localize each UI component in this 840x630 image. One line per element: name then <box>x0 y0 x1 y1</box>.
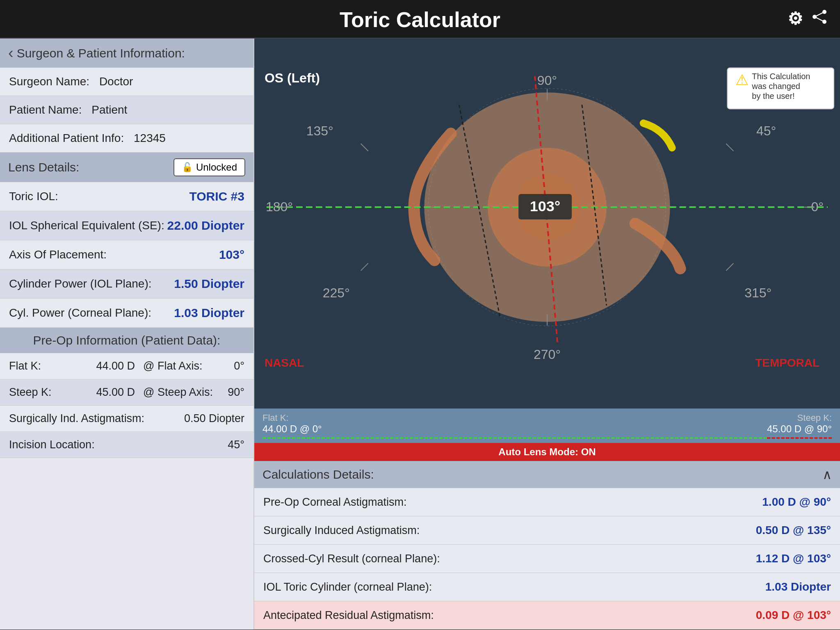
incision-row: Incision Location: 45° <box>0 432 253 458</box>
k-bar: Flat K: 44.00 D @ 0° Steep K: 45.00 D @ … <box>254 409 840 443</box>
steep-k-label: Steep K: <box>9 386 86 399</box>
preop-section-header: Pre-Op Information (Patient Data): <box>0 328 253 353</box>
calc-row-value: 1.00 D @ 90° <box>741 495 831 509</box>
axis-value[interactable]: 103° <box>219 248 244 262</box>
svg-text:0°: 0° <box>811 199 824 214</box>
calc-row-label: Crossed-Cyl Result (corneal Plane): <box>263 552 741 565</box>
svg-text:180°: 180° <box>266 199 293 214</box>
lock-icon: 🔓 <box>182 162 193 173</box>
svg-text:by the user!: by the user! <box>752 91 794 100</box>
toric-iol-label: Toric IOL: <box>9 190 58 203</box>
cyl-iol-value[interactable]: 1.50 Diopter <box>174 277 244 291</box>
flat-k-label: Flat K: <box>9 360 86 372</box>
steep-k-row: Steep K: 45.00 D @ Steep Axis: 90° <box>0 379 253 406</box>
cyl-corneal-row: Cyl. Power (Corneal Plane): 1.03 Diopter <box>0 299 253 328</box>
svg-text:270°: 270° <box>534 347 561 362</box>
cyl-iol-label: Cylinder Power (IOL Plane): <box>9 277 152 290</box>
patient-name-row: Patient Name: Patient <box>0 96 253 124</box>
sia-value: 0.50 Diopter <box>162 412 244 425</box>
sia-label: Surgically Ind. Astigmatism: <box>9 412 162 425</box>
surgeon-name-value: Doctor <box>99 75 133 88</box>
share-icon[interactable] <box>811 9 828 29</box>
axis-row: Axis Of Placement: 103° <box>0 240 253 269</box>
left-panel: ‹ Surgeon & Patient Information: Surgeon… <box>0 39 254 630</box>
svg-line-4 <box>815 17 824 22</box>
svg-text:This Calculation: This Calculation <box>752 72 810 81</box>
patient-name-value: Patient <box>91 103 127 116</box>
calc-row: IOL Toric Cylinder (corneal Plane): 1.03… <box>254 573 840 601</box>
calc-row: Crossed-Cyl Result (corneal Plane): 1.12… <box>254 545 840 573</box>
iol-se-value[interactable]: 22.00 Diopter <box>167 219 244 233</box>
app-title: Toric Calculator <box>340 8 500 32</box>
axis-label: Axis Of Placement: <box>9 248 107 261</box>
calc-row-label: Pre-Op Corneal Astigmatism: <box>263 496 741 509</box>
lens-section-label: Lens Details: <box>8 160 79 174</box>
flat-axis-value: 0° <box>220 360 244 372</box>
svg-text:103°: 103° <box>530 198 560 215</box>
svg-text:90°: 90° <box>537 73 557 88</box>
calc-details: Calculations Details: ∧ Pre-Op Corneal A… <box>254 461 840 630</box>
svg-text:was changed: was changed <box>751 82 800 91</box>
calc-row-value: 0.09 D @ 103° <box>741 609 831 622</box>
calc-row-label: Antecipated Residual Astigmatism: <box>263 609 741 622</box>
flat-k-bar: Flat K: 44.00 D @ 0° <box>262 413 767 439</box>
incision-value: 45° <box>162 438 244 451</box>
cyl-corneal-value[interactable]: 1.03 Diopter <box>174 306 244 320</box>
steep-k-value: 45.00 D <box>86 386 135 399</box>
right-panel: 103° 90° 270° 180° 0° 135° 45° 225° 315° <box>254 39 840 630</box>
svg-line-3 <box>815 12 824 17</box>
steep-axis-label: @ Steep Axis: <box>143 386 220 399</box>
flat-axis-label: @ Flat Axis: <box>143 360 220 372</box>
svg-text:45°: 45° <box>756 123 776 138</box>
collapse-icon[interactable]: ∧ <box>822 467 832 482</box>
calc-row-value: 0.50 D @ 135° <box>741 524 831 537</box>
surgeon-section-label: Surgeon & Patient Information: <box>17 46 185 60</box>
additional-info-value: 12345 <box>134 132 166 144</box>
calc-row-label: IOL Toric Cylinder (corneal Plane): <box>263 581 741 593</box>
additional-info-label: Additional Patient Info: <box>9 132 124 144</box>
auto-mode-label: Auto Lens Mode: ON <box>498 446 596 457</box>
surgeon-name-row: Surgeon Name: Doctor <box>0 68 253 96</box>
flat-k-value: 44.00 D <box>86 360 135 372</box>
calc-row-value: 1.03 Diopter <box>741 580 831 593</box>
unlock-button[interactable]: 🔓 Unlocked <box>173 158 245 176</box>
calc-section-label: Calculations Details: <box>262 468 374 482</box>
svg-text:NASAL: NASAL <box>265 357 304 370</box>
lens-section-header: Lens Details: 🔓 Unlocked <box>0 153 253 182</box>
calc-row: Antecipated Residual Astigmatism: 0.09 D… <box>254 601 840 630</box>
toric-iol-row: Toric IOL: TORIC #3 <box>0 182 253 211</box>
svg-text:225°: 225° <box>323 285 350 300</box>
calc-row: Surgically Induced Astigmatism: 0.50 D @… <box>254 516 840 545</box>
incision-label: Incision Location: <box>9 438 162 451</box>
calc-header: Calculations Details: ∧ <box>254 461 840 488</box>
settings-icon[interactable]: ⚙ <box>788 9 803 29</box>
steep-axis-value: 90° <box>220 386 244 399</box>
svg-text:TEMPORAL: TEMPORAL <box>755 357 819 370</box>
eye-diagram[interactable]: 103° 90° 270° 180° 0° 135° 45° 225° 315° <box>254 39 840 409</box>
toric-iol-value[interactable]: TORIC #3 <box>189 189 245 203</box>
svg-text:OS (Left): OS (Left) <box>265 71 320 85</box>
sia-row: Surgically Ind. Astigmatism: 0.50 Diopte… <box>0 406 253 432</box>
calc-row: Pre-Op Corneal Astigmatism: 1.00 D @ 90° <box>254 488 840 516</box>
svg-text:135°: 135° <box>306 123 333 138</box>
auto-mode-bar: Auto Lens Mode: ON <box>254 443 840 461</box>
cyl-corneal-label: Cyl. Power (Corneal Plane): <box>9 306 151 320</box>
flat-k-bar-value: 44.00 D @ 0° <box>262 423 767 435</box>
iol-se-row: IOL Spherical Equivalent (SE): 22.00 Dio… <box>0 211 253 240</box>
additional-info-row: Additional Patient Info: 12345 <box>0 124 253 153</box>
svg-text:⚠: ⚠ <box>735 71 749 88</box>
calc-rows-container: Pre-Op Corneal Astigmatism: 1.00 D @ 90°… <box>254 488 840 630</box>
preop-section-label: Pre-Op Information (Patient Data): <box>33 333 221 347</box>
surgeon-name-label: Surgeon Name: <box>9 75 89 88</box>
patient-name-label: Patient Name: <box>9 103 82 116</box>
calc-row-value: 1.12 D @ 103° <box>741 552 831 565</box>
iol-se-label: IOL Spherical Equivalent (SE): <box>9 219 164 232</box>
cyl-iol-row: Cylinder Power (IOL Plane): 1.50 Diopter <box>0 269 253 299</box>
steep-k-bar: Steep K: 45.00 D @ 90° <box>767 413 832 439</box>
flat-k-bar-label: Flat K: <box>262 413 767 423</box>
flat-k-row: Flat K: 44.00 D @ Flat Axis: 0° <box>0 353 253 379</box>
unlock-label: Unlocked <box>196 162 237 173</box>
steep-k-bar-label: Steep K: <box>767 413 832 423</box>
back-arrow[interactable]: ‹ <box>8 44 14 62</box>
steep-k-bar-value: 45.00 D @ 90° <box>767 423 832 435</box>
